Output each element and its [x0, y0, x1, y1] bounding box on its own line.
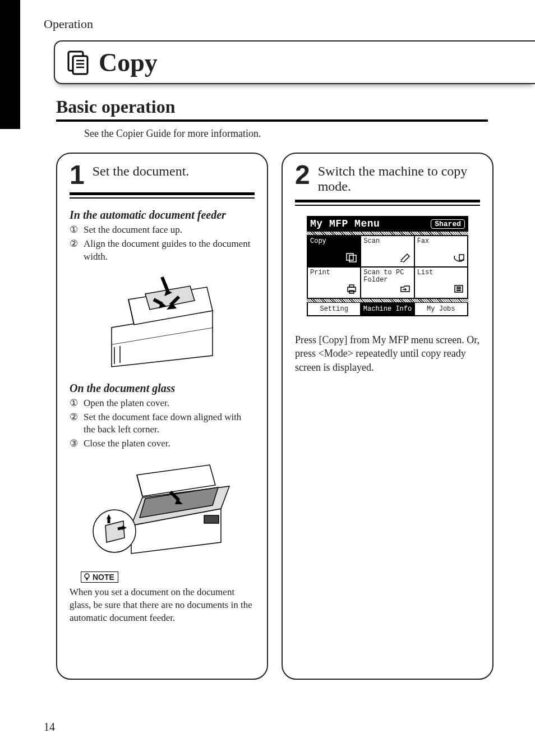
section-heading: Basic operation [56, 96, 488, 122]
lcd-shared-badge: Shared [431, 219, 465, 229]
list-item: ②Align the document guides to the docume… [70, 238, 255, 264]
lcd-menu-title: My MFP Menu [310, 218, 380, 229]
divider [70, 197, 255, 199]
lcd-titlebar: My MFP Menu Shared [307, 216, 468, 232]
list-icon [453, 284, 465, 296]
lcd-print-button[interactable]: Print [307, 267, 361, 298]
divider [295, 205, 480, 206]
lcd-cell-label: Copy [310, 238, 358, 245]
adf-illustration [95, 271, 229, 370]
lcd-screenshot: My MFP Menu Shared Copy Scan [307, 216, 468, 316]
step-1-card: 1 Set the document. In the automatic doc… [56, 153, 268, 680]
list-text: Close the platen cover. [84, 437, 170, 450]
list-marker: ② [70, 411, 78, 437]
list-item: ②Set the document face down aligned with… [70, 411, 255, 437]
list-text: Open the platen cover. [84, 397, 169, 410]
lcd-machine-info-button[interactable]: Machine Info [361, 302, 414, 316]
lcd-cell-label: List [417, 269, 465, 276]
list-item: ③Close the platen cover. [70, 437, 255, 450]
lcd-fax-button[interactable]: Fax [414, 236, 468, 267]
chapter-title-box: Copy [54, 40, 535, 84]
fax-icon [453, 252, 465, 265]
adf-heading: In the automatic document feeder [70, 209, 255, 222]
lcd-cell-label: Fax [417, 238, 465, 245]
lcd-cell-label: Scan to PC Folder [363, 269, 411, 283]
list-item: ①Set the document face up. [70, 224, 255, 237]
glass-list: ①Open the platen cover. ②Set the documen… [70, 397, 255, 451]
lcd-cell-label: Scan [363, 238, 411, 245]
page-number: 14 [44, 721, 55, 734]
svg-rect-1 [73, 56, 87, 74]
lcd-list-button[interactable]: List [414, 267, 468, 298]
list-marker: ② [70, 238, 78, 264]
lcd-copy-button[interactable]: Copy [307, 236, 361, 267]
step-2-description: Press [Copy] from My MFP menu screen. Or… [295, 333, 480, 374]
svg-point-13 [85, 574, 89, 578]
divider [70, 192, 255, 195]
step-1-number: 1 [70, 164, 85, 187]
step-2-title: Switch the machine to copy mode. [318, 164, 480, 194]
section-heading-text: Basic operation [56, 96, 488, 117]
list-marker: ① [70, 397, 78, 410]
folder-icon [399, 284, 412, 296]
list-marker: ① [70, 224, 78, 237]
lcd-scan-button[interactable]: Scan [361, 236, 414, 267]
svg-rect-15 [349, 255, 356, 262]
glass-illustration [92, 458, 232, 559]
list-marker: ③ [70, 437, 78, 450]
lcd-setting-button[interactable]: Setting [307, 302, 361, 316]
list-item: ①Open the platen cover. [70, 397, 255, 410]
svg-rect-14 [347, 253, 353, 260]
intro-text: See the Copier Guide for more informatio… [84, 128, 261, 140]
step-2-number: 2 [295, 164, 310, 187]
svg-rect-17 [348, 287, 356, 292]
note-text: When you set a document on the document … [70, 586, 255, 625]
note-label: NOTE [81, 571, 118, 583]
lightbulb-icon [84, 573, 90, 581]
svg-rect-18 [349, 285, 354, 287]
copy-icon [345, 252, 358, 265]
chapter-title: Copy [99, 48, 158, 77]
svg-rect-12 [204, 515, 219, 523]
list-text: Set the document face down aligned with … [84, 411, 255, 437]
scan-icon [399, 252, 412, 265]
copy-icon [65, 49, 91, 75]
lcd-my-jobs-button[interactable]: My Jobs [414, 302, 468, 316]
divider [295, 200, 480, 202]
glass-heading: On the document glass [70, 382, 255, 395]
svg-rect-16 [459, 255, 464, 260]
running-header: Operation [44, 17, 93, 31]
step-1-title: Set the document. [93, 164, 190, 179]
divider [56, 119, 488, 122]
adf-list: ①Set the document face up. ②Align the do… [70, 224, 255, 264]
list-text: Align the document guides to the documen… [84, 238, 255, 264]
lcd-scan-to-pc-button[interactable]: Scan to PC Folder [361, 267, 414, 298]
note-label-text: NOTE [93, 573, 114, 582]
list-text: Set the document face up. [84, 224, 182, 237]
step-2-card: 2 Switch the machine to copy mode. My MF… [282, 153, 494, 680]
print-icon [345, 284, 358, 296]
lcd-cell-label: Print [310, 269, 358, 276]
side-tab [0, 0, 20, 129]
